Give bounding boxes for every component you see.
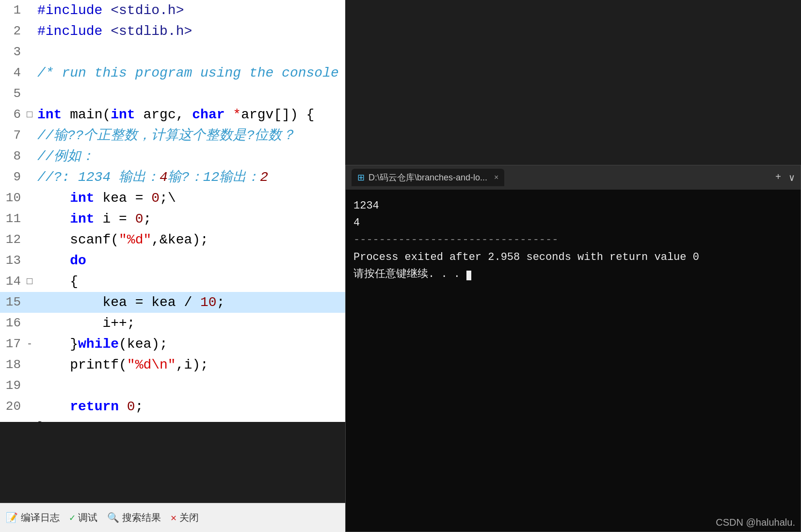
debug-label: 调试 <box>78 511 97 524</box>
code-line-17: 17 - }while(kea); <box>0 334 345 355</box>
terminal-output-1: 1234 <box>353 197 793 214</box>
terminal-panel: ⊞ D:\码云仓库\branches-and-lo... × + ∨ 1234 … <box>345 165 801 532</box>
search-results-icon: 🔍 <box>107 512 119 524</box>
code-line-1: 1 #include <stdio.h> <box>0 0 345 21</box>
watermark-text: CSDN @haluhalu. <box>716 517 795 528</box>
close-button[interactable]: ✕ 关闭 <box>171 511 199 524</box>
terminal-body[interactable]: 1234 4 -------------------------------- … <box>346 190 801 532</box>
code-line-9: 9 //?: 1234 输出：4输?：12输出：2 <box>0 167 345 188</box>
code-lines: 1 #include <stdio.h> 2 #include <stdlib.… <box>0 0 345 422</box>
compile-log-label: 编译日志 <box>21 511 60 524</box>
terminal-cursor <box>466 271 471 280</box>
terminal-pause-msg: 请按任意键继续. . . <box>353 266 793 283</box>
code-line-21: 21 } <box>0 417 345 422</box>
close-icon: ✕ <box>171 512 176 524</box>
terminal-tab[interactable]: ⊞ D:\码云仓库\branches-and-lo... × <box>352 169 504 186</box>
code-line-14: 14 □ { <box>0 271 345 292</box>
search-results-button[interactable]: 🔍 搜索结果 <box>107 511 161 524</box>
terminal-titlebar: ⊞ D:\码云仓库\branches-and-lo... × + ∨ <box>346 165 801 190</box>
code-line-10: 10 int kea = 0;\ <box>0 188 345 209</box>
watermark: CSDN @haluhalu. <box>716 517 795 528</box>
bottom-bar: 📝 编译日志 ✓ 调试 🔍 搜索结果 ✕ 关闭 <box>0 503 345 532</box>
code-line-16: 16 i++; <box>0 313 345 334</box>
code-line-13: 13 do <box>0 250 345 271</box>
code-line-11: 11 int i = 0; <box>0 209 345 229</box>
terminal-exit-msg: Process exited after 2.958 seconds with … <box>353 249 793 266</box>
code-line-7: 7 //输??个正整数，计算这个整数是?位数？ <box>0 125 345 146</box>
code-editor: 1 #include <stdio.h> 2 #include <stdlib.… <box>0 0 345 422</box>
code-line-18: 18 printf("%d\n",i); <box>0 355 345 375</box>
terminal-tab-label: D:\码云仓库\branches-and-lo... <box>368 172 487 183</box>
code-line-15: 15 kea = kea / 10; <box>0 292 345 313</box>
code-line-3: 3 <box>0 42 345 63</box>
code-line-6: 6 □ int main(int argc, char *argv[]) { <box>0 104 345 125</box>
terminal-divider: -------------------------------- <box>353 231 793 248</box>
code-line-2: 2 #include <stdlib.h> <box>0 21 345 42</box>
debug-button[interactable]: ✓ 调试 <box>69 511 97 524</box>
code-line-20: 20 return 0; <box>0 396 345 417</box>
terminal-actions: + ∨ <box>775 172 795 184</box>
terminal-tab-close-button[interactable]: × <box>494 173 498 182</box>
code-line-8: 8 //例如： <box>0 146 345 167</box>
terminal-output-2: 4 <box>353 214 793 231</box>
close-label: 关闭 <box>179 511 199 524</box>
search-results-label: 搜索结果 <box>122 511 161 524</box>
terminal-tab-icon: ⊞ <box>357 172 365 183</box>
compile-log-button[interactable]: 📝 编译日志 <box>6 511 60 524</box>
code-line-12: 12 scanf("%d",&kea); <box>0 229 345 250</box>
debug-icon: ✓ <box>69 512 75 524</box>
code-line-5: 5 <box>0 83 345 104</box>
compile-log-icon: 📝 <box>6 512 18 524</box>
code-line-19: 19 <box>0 375 345 396</box>
terminal-dropdown-button[interactable]: ∨ <box>789 172 795 184</box>
add-tab-button[interactable]: + <box>775 172 781 184</box>
code-line-4: 4 /* run this program using the console … <box>0 63 345 83</box>
